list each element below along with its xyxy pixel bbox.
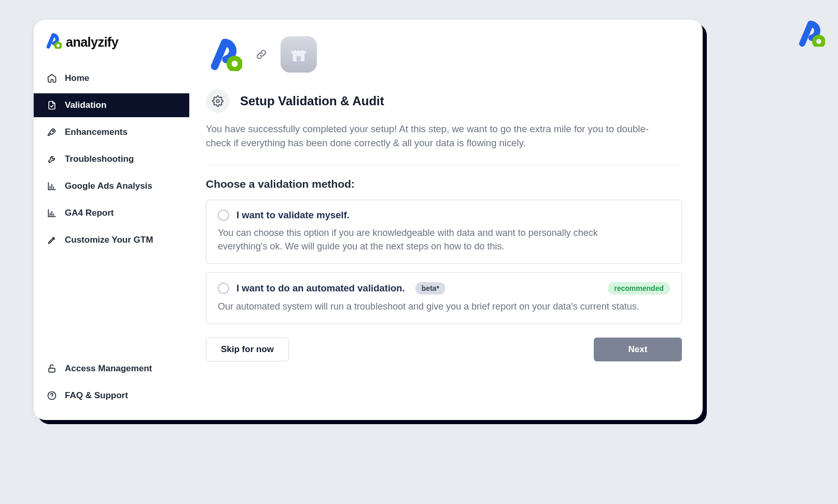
sidebar-item-label: Home (65, 73, 89, 83)
recommended-badge: recommended (608, 282, 670, 295)
brand: analyzify (34, 31, 189, 61)
analyzify-logo-large (206, 36, 242, 73)
sidebar-item-label: Google Ads Analysis (65, 181, 152, 191)
page-lead: You have successfully completed your set… (206, 122, 662, 150)
section-title-row: Setup Validation & Audit (206, 89, 682, 113)
svg-point-9 (216, 100, 219, 103)
help-circle-icon (46, 390, 58, 401)
svg-rect-3 (49, 368, 55, 372)
option-desc: Our automated system will run a troubles… (218, 300, 643, 313)
option-title: I want to validate myself. (236, 209, 350, 221)
divider (206, 165, 682, 165)
option-automated-validation[interactable]: I want to do an automated validation. be… (206, 272, 682, 324)
sidebar-bottom-nav: Access Management FAQ & Support (34, 354, 189, 411)
svg-point-1 (55, 43, 61, 49)
sidebar-item-access-management[interactable]: Access Management (34, 357, 189, 381)
sidebar-item-label: GA4 Report (65, 208, 114, 218)
beta-badge: beta* (415, 282, 445, 295)
choose-method-label: Choose a validation method: (206, 178, 682, 190)
brand-logo-icon (44, 33, 62, 51)
wrench-icon (46, 153, 58, 165)
page-title: Setup Validation & Audit (240, 94, 384, 108)
sidebar-nav: Home Validation Enhancements Troubleshoo… (34, 63, 189, 255)
action-row: Skip for now Next (206, 338, 682, 361)
sidebar-item-faq-support[interactable]: FAQ & Support (34, 384, 189, 408)
option-desc: You can choose this option if you are kn… (218, 226, 643, 253)
sidebar-item-ga4-report[interactable]: GA4 Report (34, 201, 189, 225)
svg-point-2 (52, 130, 53, 131)
home-icon (46, 73, 58, 84)
brand-wordmark: analyzify (66, 35, 118, 50)
option-validate-myself[interactable]: I want to validate myself. You can choos… (206, 200, 682, 264)
pencil-icon (46, 234, 58, 246)
lock-open-icon (46, 363, 58, 374)
link-icon (254, 47, 269, 62)
rocket-icon (46, 127, 58, 138)
store-app-icon (281, 36, 317, 73)
sidebar-item-label: Customize Your GTM (65, 235, 153, 245)
validation-options: I want to validate myself. You can choos… (206, 200, 682, 324)
sidebar-item-home[interactable]: Home (34, 66, 189, 90)
floating-brand-logo (795, 21, 825, 49)
sidebar-item-validation[interactable]: Validation (34, 93, 189, 117)
sidebar-item-troubleshooting[interactable]: Troubleshooting (34, 147, 189, 171)
gear-icon (206, 89, 230, 113)
next-button[interactable]: Next (594, 338, 682, 361)
integration-header (206, 36, 682, 73)
sidebar: analyzify Home Validation Enhancements (34, 20, 189, 420)
option-title: I want to do an automated validation. (236, 283, 405, 294)
svg-rect-8 (297, 57, 301, 62)
sidebar-item-label: FAQ & Support (65, 390, 128, 401)
bar-chart-icon (46, 180, 58, 192)
sidebar-item-customize-gtm[interactable]: Customize Your GTM (34, 228, 189, 252)
doc-check-icon (46, 100, 58, 111)
main-content: Setup Validation & Audit You have succes… (189, 20, 703, 420)
sidebar-item-enhancements[interactable]: Enhancements (34, 120, 189, 144)
sidebar-item-label: Access Management (65, 363, 152, 374)
app-window: analyzify Home Validation Enhancements (34, 20, 703, 420)
svg-point-0 (814, 37, 823, 46)
skip-button[interactable]: Skip for now (206, 338, 289, 361)
sidebar-item-label: Enhancements (65, 127, 128, 137)
bar-chart-icon (46, 207, 58, 219)
radio-icon (218, 209, 229, 221)
sidebar-item-label: Validation (65, 100, 106, 110)
svg-point-5 (51, 398, 52, 398)
svg-point-6 (229, 58, 241, 69)
sidebar-item-google-ads[interactable]: Google Ads Analysis (34, 174, 189, 198)
sidebar-item-label: Troubleshooting (65, 154, 134, 164)
radio-icon (218, 283, 229, 294)
